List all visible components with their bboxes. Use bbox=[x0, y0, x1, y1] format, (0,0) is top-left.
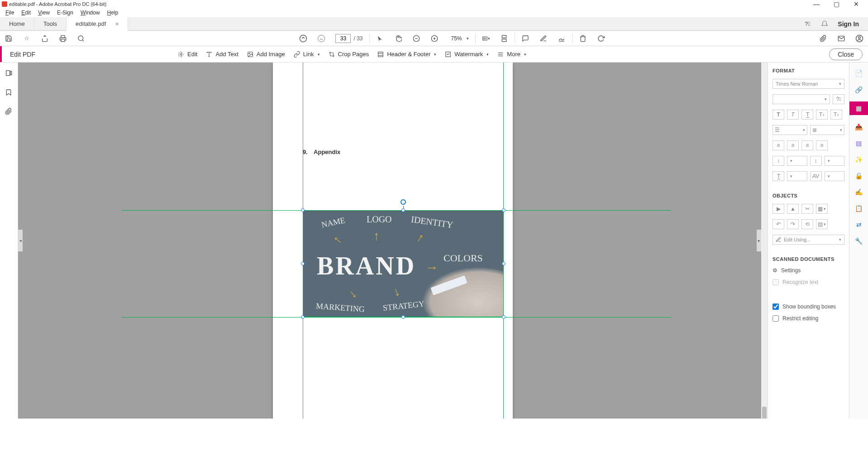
settings-row[interactable]: ⚙Settings bbox=[773, 267, 844, 274]
menu-view[interactable]: View bbox=[35, 10, 52, 16]
close-window-button[interactable]: ✕ bbox=[846, 0, 866, 8]
restrict-editing-checkbox[interactable] bbox=[773, 315, 779, 322]
more-tools-icon[interactable]: 🔧 bbox=[854, 236, 863, 246]
export-pdf-icon[interactable]: 📤 bbox=[854, 122, 863, 131]
arrange-button[interactable]: ▦▾ bbox=[816, 204, 828, 214]
align-left-button[interactable]: ≡ bbox=[773, 140, 784, 150]
sign-in-button[interactable]: Sign In bbox=[838, 20, 859, 28]
menu-esign[interactable]: E-Sign bbox=[54, 10, 76, 16]
show-bounding-boxes-checkbox[interactable] bbox=[773, 303, 779, 310]
line-spacing-dropdown[interactable]: ▾ bbox=[787, 156, 807, 166]
profile-icon[interactable] bbox=[855, 34, 863, 43]
rotate-cw-button[interactable]: ↷ bbox=[787, 219, 799, 229]
bell-icon[interactable] bbox=[820, 20, 829, 28]
paragraph-spacing-dropdown[interactable]: ▾ bbox=[825, 156, 845, 166]
show-bounding-boxes-row[interactable]: Show bounding boxes bbox=[773, 303, 844, 310]
bold-button[interactable]: T bbox=[773, 110, 784, 120]
menu-window[interactable]: Window bbox=[78, 10, 103, 16]
tab-home[interactable]: Home bbox=[0, 17, 34, 30]
tool-watermark[interactable]: Watermark▾ bbox=[444, 51, 489, 58]
selected-image[interactable]: BRAND NAME LOGO IDENTITY COLORS MARKETIN… bbox=[303, 210, 504, 317]
fit-width-icon[interactable]: ▾ bbox=[482, 34, 490, 43]
star-icon[interactable]: ☆ bbox=[23, 34, 31, 43]
char-spacing-button[interactable]: AV bbox=[810, 171, 822, 181]
close-edit-button[interactable]: Close bbox=[829, 48, 863, 60]
align-right-button[interactable]: ≡ bbox=[801, 140, 813, 150]
font-dropdown[interactable]: Times New Roman▾ bbox=[773, 79, 844, 89]
zoom-value[interactable]: 75% bbox=[448, 35, 465, 42]
tab-document[interactable]: editable.pdf × bbox=[67, 17, 128, 31]
menu-help[interactable]: Help bbox=[105, 10, 121, 16]
tool-add-text[interactable]: Add Text bbox=[205, 51, 238, 58]
compare-icon[interactable]: ⇄ bbox=[854, 220, 863, 229]
scroll-mode-icon[interactable] bbox=[500, 34, 508, 43]
horizontal-scale-button[interactable]: T̲ bbox=[773, 171, 784, 181]
tool-add-image[interactable]: Add Image bbox=[247, 51, 285, 58]
fill-sign-icon[interactable]: ✍ bbox=[854, 188, 863, 197]
rotation-handle[interactable] bbox=[401, 199, 406, 205]
help-icon[interactable]: ?⃝ bbox=[803, 20, 811, 28]
canvas-area[interactable]: ◂ 9. Appendix BRAND NAME LOGO IDENTITY C… bbox=[18, 63, 768, 419]
menu-file[interactable]: File bbox=[3, 10, 17, 16]
align-center-button[interactable]: ≡ bbox=[787, 140, 799, 150]
search-icon[interactable] bbox=[77, 34, 85, 43]
hand-tool-icon[interactable] bbox=[394, 34, 402, 43]
edit-pdf-rail-icon[interactable]: ▦ bbox=[849, 101, 868, 115]
paragraph-spacing-button[interactable]: ↕ bbox=[810, 156, 822, 166]
minimize-button[interactable]: — bbox=[806, 0, 826, 8]
zoom-in-icon[interactable] bbox=[430, 34, 439, 43]
rotate-icon[interactable] bbox=[597, 34, 605, 43]
menu-edit[interactable]: Edit bbox=[19, 10, 33, 16]
zoom-dropdown-icon[interactable]: ▾ bbox=[467, 36, 469, 41]
organize-pages-icon[interactable]: ▤ bbox=[854, 139, 863, 148]
combine-files-icon[interactable]: 🔗 bbox=[854, 85, 863, 94]
attach-icon[interactable] bbox=[819, 34, 827, 43]
align-objects-button[interactable]: ▤▾ bbox=[816, 219, 828, 229]
tool-crop[interactable]: Crop Pages bbox=[328, 51, 369, 58]
mail-icon[interactable] bbox=[837, 34, 845, 43]
font-size-dropdown[interactable]: ▾ bbox=[773, 94, 830, 104]
horizontal-scale-dropdown[interactable]: ▾ bbox=[787, 171, 807, 181]
flip-horizontal-button[interactable]: ▶ bbox=[773, 204, 784, 214]
flip-vertical-button[interactable]: ▲ bbox=[787, 204, 799, 214]
numbered-list-button[interactable]: ≣▾ bbox=[810, 125, 845, 135]
tool-header-footer[interactable]: Header & Footer▾ bbox=[377, 51, 436, 58]
highlight-icon[interactable] bbox=[539, 34, 548, 43]
create-pdf-icon[interactable]: 📄 bbox=[854, 69, 863, 78]
tool-more[interactable]: More▾ bbox=[497, 51, 526, 58]
scrollbar[interactable] bbox=[761, 63, 768, 419]
line-spacing-button[interactable]: ↕ bbox=[773, 156, 784, 166]
protect-icon[interactable]: 🔒 bbox=[854, 171, 863, 180]
align-justify-button[interactable]: ≡ bbox=[816, 140, 828, 150]
page-number-input[interactable] bbox=[335, 34, 351, 43]
left-expander[interactable]: ◂ bbox=[18, 230, 23, 251]
right-expander[interactable]: ▸ bbox=[757, 230, 761, 251]
tab-tools[interactable]: Tools bbox=[34, 17, 67, 30]
superscript-button[interactable]: T1 bbox=[816, 110, 828, 120]
tool-edit[interactable]: Edit bbox=[177, 51, 197, 58]
edit-using-dropdown[interactable]: Edit Using... ▾ bbox=[773, 235, 844, 245]
attachments-icon[interactable] bbox=[5, 108, 13, 116]
font-help-button[interactable]: ?⃝ bbox=[833, 94, 844, 104]
char-spacing-dropdown[interactable]: ▾ bbox=[825, 171, 845, 181]
save-icon[interactable] bbox=[5, 34, 13, 43]
share-icon[interactable] bbox=[41, 34, 49, 43]
delete-icon[interactable] bbox=[579, 34, 587, 43]
underline-button[interactable]: T̲ bbox=[801, 110, 813, 120]
prepare-form-icon[interactable]: 📋 bbox=[854, 204, 863, 213]
subscript-button[interactable]: T1 bbox=[830, 110, 842, 120]
bullet-list-button[interactable]: ☰▾ bbox=[773, 125, 807, 135]
replace-image-button[interactable]: ⟲ bbox=[801, 219, 813, 229]
zoom-out-icon[interactable] bbox=[412, 34, 420, 43]
crop-image-button[interactable]: ✂ bbox=[801, 204, 813, 214]
scrollbar-thumb[interactable] bbox=[762, 407, 767, 419]
select-tool-icon[interactable] bbox=[376, 34, 384, 43]
thumbnails-icon[interactable] bbox=[5, 70, 13, 78]
tool-link[interactable]: Link▾ bbox=[293, 51, 320, 58]
print-icon[interactable] bbox=[59, 34, 67, 43]
sign-icon[interactable] bbox=[558, 34, 566, 43]
restrict-editing-row[interactable]: Restrict editing bbox=[773, 315, 844, 322]
bookmarks-icon[interactable] bbox=[5, 89, 13, 97]
enhance-scans-icon[interactable]: ✨ bbox=[854, 155, 863, 164]
page-down-icon[interactable] bbox=[317, 34, 325, 43]
